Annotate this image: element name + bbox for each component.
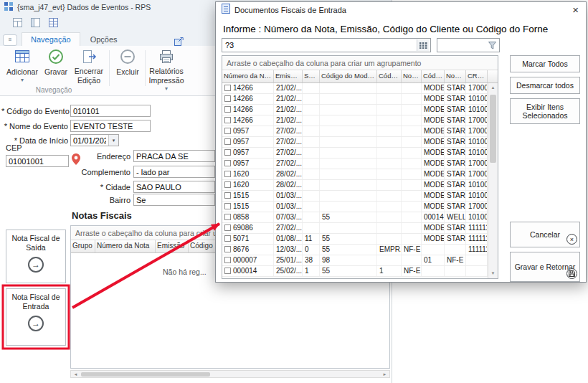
excluir-button[interactable]: Excluir [113,49,142,76]
data-inicio-input[interactable] [71,135,108,146]
dialog-column-header[interactable]: Nome [445,70,466,82]
dialog-grid-row[interactable]: 095727/02/...MODE...STAR...101000 [222,137,498,148]
tab-navegacao[interactable]: Navegação [22,32,80,46]
nome-evento-input[interactable] [70,120,151,132]
row-checkbox[interactable] [224,192,231,199]
endereco-input[interactable] [133,150,215,162]
row-checkbox[interactable] [224,117,231,123]
date-dropdown-button[interactable]: ▾ [108,135,118,146]
relatorios-impressao-button[interactable]: Relatórios Impressão ▾ [148,49,185,91]
row-checkbox[interactable] [224,214,231,220]
row-checkbox[interactable] [224,257,231,263]
dialog-column-header[interactable]: Emissão [274,70,303,82]
dialog-column-header[interactable]: Código do Modelo [320,70,377,82]
dialog-grid-row[interactable]: 151501/03/...MODE...STAR...170000 [222,202,498,212]
exibir-itens-selecionados-button[interactable]: Exibir Itens Selecionados [510,98,580,124]
dialog-grid-row[interactable]: 162028/02/...MODE...STAR...170000 [222,169,498,180]
row-checkbox[interactable] [224,224,231,231]
grid-cell: 1 [303,266,320,276]
dialog-column-header[interactable]: Série [303,70,320,82]
main-column-header[interactable]: Código [189,240,217,252]
nota-fiscal-entrada-button[interactable]: Nota Fiscal de Entrada → [6,288,66,346]
grid-cell: 07/03/... [274,212,303,222]
row-checkbox[interactable] [224,85,231,91]
detach-window-icon[interactable] [174,36,184,49]
adicionar-button[interactable]: Adicionar ▾ [6,49,39,82]
encerrar-edicao-button[interactable]: Encerrar Edição [72,49,106,85]
dialog-grid-row[interactable]: 6908627/02/...MODE...STAR...111111 [222,223,498,234]
scrollbar-thumb[interactable] [81,372,210,377]
row-checkbox[interactable] [224,128,231,134]
row-checkbox[interactable] [224,149,231,156]
dialog-column-header[interactable]: CRD I [466,70,488,82]
grid-cell [377,223,402,233]
main-column-header[interactable]: Número da Nota [95,240,156,252]
cancelar-button[interactable]: Cancelar × [510,222,580,247]
dialog-vertical-scrollbar[interactable]: ▲ ▼ [488,83,498,278]
row-checkbox[interactable] [224,268,231,274]
dialog-grid-row[interactable]: 1426621/02/...MODE...STAR...170000 [222,115,498,126]
grid-cell [377,255,402,265]
scroll-right-icon[interactable]: ► [380,372,389,377]
codigo-evento-input[interactable] [70,105,151,117]
gravar-e-retornar-button[interactable]: Gravar e Retornar [510,252,580,282]
dialog-grid-row[interactable]: 085807/03/...5500014WELL...101000 [222,212,498,223]
scroll-up-icon[interactable]: ▲ [488,83,498,93]
row-checkbox[interactable] [224,95,231,102]
row-checkbox[interactable] [224,138,231,145]
dialog-grid-row[interactable]: 095727/02/...MODE...STAR...170000 [222,159,498,169]
dialog-grid-row[interactable]: 095727/02/...MODE...STAR...101000 [222,148,498,159]
main-column-header[interactable]: Grupo [71,240,95,252]
scroll-down-icon[interactable]: ▼ [488,269,498,278]
grid-cell [320,115,377,126]
lookup-icon[interactable] [417,39,430,51]
dialog-grid-row[interactable]: 00000725/01/...389801NF-E ... [222,255,498,266]
dialog-grid-row[interactable]: 1426621/02/...MODE...STAR...101000 [222,105,498,115]
app-menu-button[interactable]: ≡ [3,34,17,46]
row-checkbox[interactable] [224,246,231,252]
desmarcar-todos-button[interactable]: Desmarcar todos [510,77,580,94]
scroll-left-icon[interactable]: ◄ [71,372,80,377]
dialog-grid-row[interactable]: 507101/08/...1155MODE...STAR...111111 [222,234,498,245]
row-checkbox[interactable] [224,181,231,188]
dialog-grid-row[interactable]: 151501/03/...MODE...STAR...101000 [222,191,498,202]
row-checkbox[interactable] [224,171,231,177]
cidade-input[interactable] [133,181,215,193]
cep-input[interactable] [6,155,69,167]
main-column-header[interactable]: Emissão [156,240,189,252]
grid-cell: 27/02/... [274,126,303,136]
bairro-input[interactable] [133,194,215,206]
row-checkbox[interactable] [224,160,231,166]
marcar-todos-button[interactable]: Marcar Todos [510,55,580,72]
close-icon[interactable]: × [571,5,580,15]
row-checkbox[interactable] [224,203,231,209]
main-horizontal-scrollbar[interactable]: ◄ ► [70,370,390,378]
dialog-grid-row[interactable]: 1426621/02/...MODE...STAR...170000 [222,83,498,94]
grid-cell: MODE... [422,169,445,179]
search-input[interactable] [222,41,417,49]
nota-fiscal-saida-button[interactable]: Nota Fiscal de Saída → [6,230,66,283]
scrollbar-thumb[interactable] [490,95,496,163]
dialog-grid-row[interactable]: 095727/02/...MODE...STAR...170000 [222,126,498,137]
filter-input[interactable] [437,41,485,49]
dialog-grid-row[interactable]: 867612/03/...055EMPR...NF-E ...111111 [222,245,498,255]
panel-icon[interactable] [31,17,40,30]
dialog-column-header[interactable]: Código [377,70,402,82]
dialog-grid-row[interactable]: 1426621/02/...MODE...STAR...101000 [222,94,498,105]
gravar-button[interactable]: Gravar [42,49,70,76]
dialog-column-header[interactable]: Número da Nota [222,70,274,82]
numero-da-nota: 1620 [233,181,249,189]
complemento-input[interactable] [133,166,215,178]
dialog-grid-row[interactable]: 162028/02/...MODE...STAR...101000 [222,180,498,191]
dialog-column-header[interactable]: Código [422,70,445,82]
layout-icon[interactable] [13,17,22,30]
dialog-column-header[interactable]: Nome [402,70,422,82]
row-checkbox[interactable] [224,106,231,113]
row-checkbox[interactable] [224,235,231,242]
grid-cell: 8676 [222,245,274,255]
table-icon[interactable] [49,17,58,30]
tab-opcoes[interactable]: Opções [82,33,126,46]
grid-cell [377,159,402,169]
filter-funnel-icon[interactable] [485,39,498,51]
dialog-grid-row[interactable]: 00001425/02/...1551NF-E ... [222,266,498,277]
